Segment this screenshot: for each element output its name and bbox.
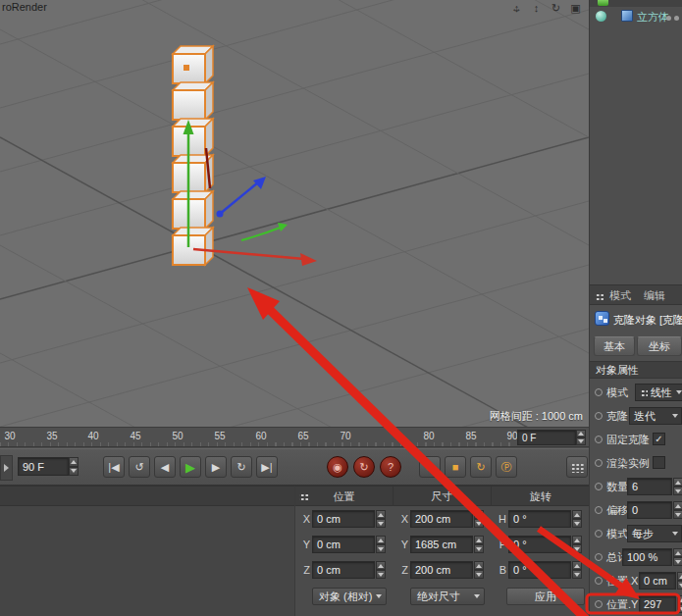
fixed-clone-checkbox[interactable]: ✓ xyxy=(653,433,665,445)
rot-b-stepper[interactable] xyxy=(572,561,582,579)
goto-end-button[interactable]: ▶| xyxy=(256,456,278,478)
tab-basic[interactable]: 基本 xyxy=(594,336,635,356)
size-mode-dropdown[interactable]: 绝对尺寸 xyxy=(410,588,485,605)
menu-dots-icon[interactable] xyxy=(595,292,603,300)
anim-dot-icon[interactable] xyxy=(595,600,603,608)
anim-dot-icon[interactable] xyxy=(595,506,603,514)
key-position-icon: ↔↕ xyxy=(423,460,437,474)
end-frame-field[interactable]: 90 F xyxy=(18,457,69,476)
pan-view-icon[interactable]: ↔↕ xyxy=(509,1,524,15)
position-y-stepper[interactable] xyxy=(677,595,682,613)
key-position-toggle[interactable]: ↔↕ xyxy=(419,456,441,478)
frame-stepper[interactable] xyxy=(576,430,586,445)
attr-label: 位置.X xyxy=(606,574,638,589)
next-frame-button[interactable]: ▶ xyxy=(205,456,227,478)
ruler-tick-label: 55 xyxy=(214,431,225,441)
anim-dot-icon[interactable] xyxy=(595,577,603,585)
pos-z-field[interactable]: 0 cm xyxy=(312,561,375,579)
tab-mode[interactable]: 模式 xyxy=(609,288,631,303)
goto-end-icon: ▶| xyxy=(261,461,272,474)
previous-frame-button[interactable]: ◀ xyxy=(154,456,176,478)
end-frame-stepper[interactable] xyxy=(69,457,79,476)
clone-dropdown[interactable]: 迭代 xyxy=(629,407,682,425)
coordinate-space-dropdown[interactable]: 对象 (相对) xyxy=(312,588,387,605)
rot-p-field[interactable]: 0 ° xyxy=(508,536,571,553)
ruler-tick-label: 85 xyxy=(465,431,476,441)
attr-label: 模式 xyxy=(606,385,628,400)
autokey-icon: ↻ xyxy=(359,461,368,474)
ruler-tick-label: 80 xyxy=(423,431,434,441)
current-frame-field[interactable]: 0 F xyxy=(517,430,576,445)
section-object-properties[interactable]: 对象属性 xyxy=(590,361,682,379)
count-stepper[interactable] xyxy=(673,478,682,495)
sphere-toggle-icon[interactable] xyxy=(596,11,606,22)
rot-p-stepper[interactable] xyxy=(572,536,582,553)
size-y-field[interactable]: 1685 cm xyxy=(410,536,473,553)
attr-row-mode: 模式 线性 xyxy=(590,381,682,404)
count-field[interactable]: 6 xyxy=(627,478,672,495)
rot-h-stepper[interactable] xyxy=(572,510,582,528)
size-x-stepper[interactable] xyxy=(474,510,484,528)
size-z-stepper[interactable] xyxy=(474,561,484,579)
panel-collapse-button[interactable] xyxy=(0,455,13,481)
rot-b-field[interactable]: 0 ° xyxy=(508,561,571,579)
pos-y-stepper[interactable] xyxy=(376,536,386,553)
size-x-field[interactable]: 200 cm xyxy=(410,510,473,528)
object-name[interactable]: 立方体 xyxy=(637,10,669,25)
dot-grid-icon xyxy=(570,462,584,473)
render-instance-checkbox[interactable] xyxy=(653,456,665,469)
viewport-menu-prorender[interactable]: roRender xyxy=(2,1,47,13)
autokeying-button[interactable]: ↻ xyxy=(353,456,375,478)
goto-start-button[interactable]: |◀ xyxy=(103,456,125,478)
record-keyframe-button[interactable]: ◉ xyxy=(327,456,348,478)
play-button[interactable]: ▶ xyxy=(180,456,201,478)
position-x-stepper[interactable] xyxy=(677,572,682,590)
size-z-field[interactable]: 200 cm xyxy=(410,561,473,579)
render-visibility-dot[interactable] xyxy=(674,16,679,21)
rotate-view-icon[interactable]: ↻ xyxy=(549,1,563,15)
tab-edit[interactable]: 编辑 xyxy=(644,288,665,303)
anim-dot-icon[interactable] xyxy=(595,459,603,467)
key-rotation-toggle[interactable]: ↻ xyxy=(470,456,492,478)
total-field[interactable]: 100 % xyxy=(622,548,672,566)
key-parameter-toggle[interactable]: Ⓟ xyxy=(496,456,517,478)
rot-h-field[interactable]: 0 ° xyxy=(508,510,571,528)
step-mode-dropdown[interactable]: 每步 xyxy=(627,525,682,542)
play-backwards-button[interactable]: ↺ xyxy=(129,456,150,478)
timeline-ruler[interactable]: 30 35 40 45 50 55 60 65 70 80 85 90 0 F xyxy=(0,427,589,447)
cloner-object-icon xyxy=(595,311,609,326)
anim-dot-icon[interactable] xyxy=(595,530,603,538)
attr-label: 位置.Y xyxy=(606,597,638,612)
dolly-view-icon[interactable]: ↕ xyxy=(529,1,544,15)
tab-coordinates[interactable]: 坐标 xyxy=(637,336,682,356)
editor-visibility-dot[interactable] xyxy=(666,16,671,21)
loop-mode-button[interactable]: ↻ xyxy=(231,456,252,478)
attr-label: 渲染实例 xyxy=(606,456,650,471)
offset-field[interactable]: 0 xyxy=(627,501,672,519)
panel-menu-icon[interactable] xyxy=(299,492,309,500)
offset-stepper[interactable] xyxy=(673,501,682,519)
viewport-3d[interactable]: roRender ↔↕ ↕ ↻ ▣ 网格间距 : 1000 cm xyxy=(0,0,589,427)
object-row-cube[interactable]: 立方体 xyxy=(590,7,682,26)
total-stepper[interactable] xyxy=(673,548,682,566)
pos-x-field[interactable]: 0 cm xyxy=(312,510,375,528)
anim-dot-icon[interactable] xyxy=(595,388,603,396)
key-scale-toggle[interactable]: ■ xyxy=(445,456,466,478)
apply-button[interactable]: 应用 xyxy=(506,588,585,605)
pos-y-field[interactable]: 0 cm xyxy=(312,536,375,553)
attr-row-total: 总计 100 % xyxy=(590,545,682,569)
anim-dot-icon[interactable] xyxy=(595,436,603,443)
mode-dropdown[interactable]: 线性 xyxy=(635,384,682,401)
toggle-view-icon[interactable]: ▣ xyxy=(568,1,583,15)
size-y-stepper[interactable] xyxy=(474,536,484,553)
position-x-field[interactable]: 0 cm xyxy=(639,572,676,590)
anim-dot-icon[interactable] xyxy=(595,412,603,420)
material-manager-area[interactable] xyxy=(0,486,294,616)
anim-dot-icon[interactable] xyxy=(595,483,603,490)
anim-dot-icon[interactable] xyxy=(595,553,603,561)
keyframe-selection-button[interactable] xyxy=(566,456,588,478)
pos-z-stepper[interactable] xyxy=(376,561,386,579)
pos-x-stepper[interactable] xyxy=(376,510,386,528)
position-y-field[interactable]: 297 xyxy=(639,595,676,613)
record-options-button[interactable]: ? xyxy=(380,456,401,478)
